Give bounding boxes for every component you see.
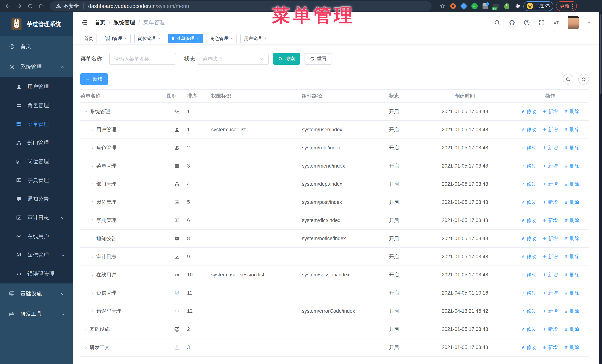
chevron-right-icon[interactable] [84, 327, 88, 331]
sidebar-item-sms-mgmt[interactable]: 短信管理 [0, 246, 73, 264]
row-edit-link[interactable]: 修改 [521, 217, 536, 224]
expand-toggle[interactable] [84, 345, 88, 349]
expand-toggle[interactable] [84, 327, 88, 331]
row-delete-link[interactable]: 删除 [564, 181, 579, 187]
expand-toggle[interactable] [91, 128, 95, 131]
refresh-table-button[interactable] [578, 74, 589, 85]
sidebar-item-dept-mgmt[interactable]: 部门管理 [0, 134, 73, 152]
row-delete-link[interactable]: 删除 [564, 126, 579, 133]
chevron-right-icon[interactable] [91, 164, 95, 168]
sidebar-item-post-mgmt[interactable]: 岗位管理 [0, 152, 73, 171]
extensions-puzzle-icon[interactable] [514, 3, 521, 10]
row-delete-link[interactable]: 删除 [564, 217, 579, 224]
row-add-link[interactable]: 新增 [543, 217, 558, 224]
close-tab-icon[interactable]: × [230, 36, 233, 41]
row-delete-link[interactable]: 删除 [564, 272, 579, 278]
row-add-link[interactable]: 新增 [543, 108, 558, 115]
add-button[interactable]: 新增 [80, 73, 108, 85]
extension-grid-icon[interactable] [482, 3, 489, 10]
row-delete-link[interactable]: 删除 [564, 344, 579, 351]
extension-green-icon[interactable] [504, 3, 510, 10]
tab-dept[interactable]: 部门管理× [101, 34, 130, 43]
row-edit-link[interactable]: 修改 [521, 272, 536, 278]
row-delete-link[interactable]: 删除 [564, 108, 579, 115]
window-scrollbar[interactable] [599, 12, 602, 364]
chevron-right-icon[interactable] [91, 255, 95, 259]
expand-toggle[interactable] [91, 237, 95, 240]
sidebar-item-home[interactable]: 首页 [0, 36, 73, 57]
sidebar-item-online-user[interactable]: 在线用户 [0, 227, 73, 246]
row-add-link[interactable]: 新增 [543, 181, 558, 187]
chevron-right-icon[interactable] [91, 291, 95, 295]
github-button[interactable] [509, 19, 515, 26]
bookmark-star-icon[interactable] [439, 3, 446, 10]
scrollbar-thumb[interactable] [600, 14, 602, 94]
sidebar-item-dev-tool[interactable]: 研发工具 [0, 304, 73, 324]
sidebar-item-dict-mgmt[interactable]: 字典管理 [0, 171, 73, 190]
question-button[interactable] [524, 19, 530, 26]
chevron-right-icon[interactable] [91, 237, 95, 240]
app-logo[interactable]: 芋道管理系统 [0, 12, 73, 36]
row-edit-link[interactable]: 修改 [521, 145, 536, 151]
row-delete-link[interactable]: 删除 [564, 290, 579, 296]
row-delete-link[interactable]: 删除 [564, 326, 579, 333]
row-edit-link[interactable]: 修改 [521, 181, 536, 187]
chevron-right-icon[interactable] [84, 345, 88, 349]
row-edit-link[interactable]: 修改 [521, 108, 536, 115]
close-tab-icon[interactable]: × [158, 36, 161, 41]
profile-paused-badge[interactable]: 已暂停 [524, 1, 553, 11]
row-add-link[interactable]: 新增 [543, 344, 558, 351]
chevron-right-icon[interactable] [91, 146, 95, 150]
browser-home-icon[interactable] [38, 3, 44, 9]
row-edit-link[interactable]: 修改 [521, 253, 536, 260]
tab-home[interactable]: 首页 [81, 34, 97, 43]
reset-button[interactable]: 重置 [304, 53, 332, 65]
chevron-right-icon[interactable] [91, 309, 95, 313]
sidebar-item-notice[interactable]: 通知公告 [0, 190, 73, 208]
row-add-link[interactable]: 新增 [543, 308, 558, 314]
row-add-link[interactable]: 新增 [543, 235, 558, 242]
expand-toggle[interactable] [91, 255, 95, 259]
expand-toggle[interactable] [84, 109, 88, 114]
caret-down-icon[interactable] [587, 20, 592, 25]
hide-search-button[interactable] [563, 74, 573, 85]
extension-blue-icon[interactable] [461, 3, 467, 10]
tab-menu[interactable]: 菜单管理× [168, 34, 203, 43]
extension-orange-icon[interactable] [450, 3, 456, 10]
expand-toggle[interactable] [91, 218, 95, 222]
breadcrumb-item[interactable]: 首页 [95, 19, 105, 26]
row-delete-link[interactable]: 删除 [564, 199, 579, 206]
tab-role[interactable]: 角色管理× [206, 34, 236, 43]
browser-menu-icon[interactable] [572, 3, 573, 9]
row-delete-link[interactable]: 删除 [564, 253, 579, 260]
row-delete-link[interactable]: 删除 [564, 235, 579, 242]
row-edit-link[interactable]: 修改 [521, 163, 536, 169]
browser-forward-icon[interactable] [16, 3, 22, 9]
row-add-link[interactable]: 新增 [543, 272, 558, 278]
tab-post[interactable]: 岗位管理× [134, 34, 164, 43]
chevron-right-icon[interactable] [91, 182, 95, 186]
browser-update-button[interactable]: 更新 [556, 1, 577, 11]
row-edit-link[interactable]: 修改 [521, 308, 536, 314]
row-edit-link[interactable]: 修改 [521, 126, 536, 133]
browser-back-icon[interactable] [5, 3, 11, 9]
row-add-link[interactable]: 新增 [543, 163, 558, 169]
user-avatar[interactable] [568, 16, 579, 29]
row-add-link[interactable]: 新增 [543, 126, 558, 133]
row-add-link[interactable]: 新增 [543, 326, 558, 333]
extension-on-icon[interactable]: on [493, 3, 499, 10]
row-edit-link[interactable]: 修改 [521, 344, 536, 351]
search-button[interactable]: 搜索 [273, 53, 300, 65]
chevron-right-icon[interactable] [91, 218, 95, 222]
expand-toggle[interactable] [91, 273, 95, 277]
chevron-right-icon[interactable] [91, 273, 95, 277]
tab-user[interactable]: 用户管理× [240, 34, 270, 43]
row-edit-link[interactable]: 修改 [521, 290, 536, 296]
chevron-right-icon[interactable] [91, 200, 95, 204]
expand-toggle[interactable] [91, 182, 95, 186]
browser-reload-icon[interactable] [27, 3, 33, 9]
sidebar-item-menu-mgmt[interactable]: 菜单管理 [0, 115, 73, 134]
url-bar[interactable]: 不安全 dashboard.yudao.iocoder.cn/system/me… [50, 1, 431, 11]
status-select[interactable]: 菜单状态 [198, 53, 269, 65]
close-tab-icon[interactable]: × [196, 36, 199, 41]
